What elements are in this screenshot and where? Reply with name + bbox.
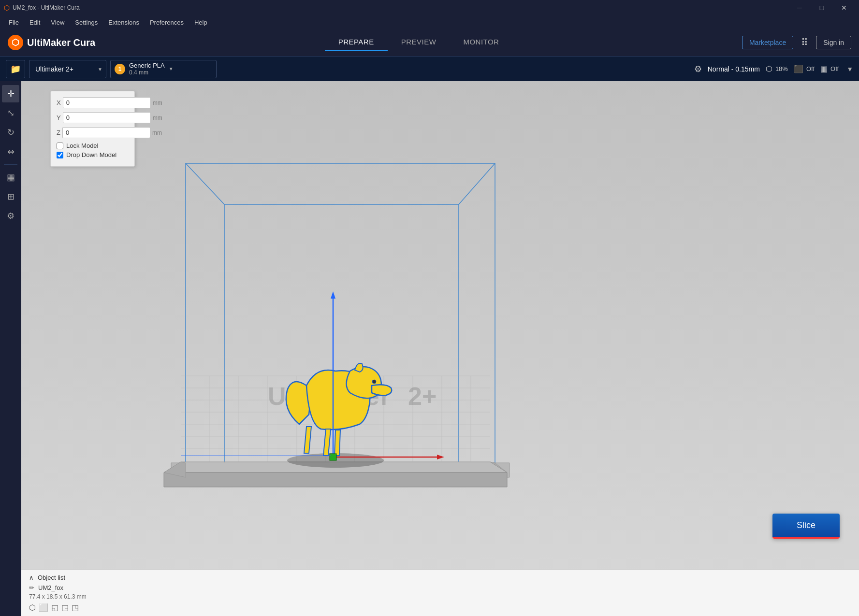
- x-input[interactable]: [63, 97, 151, 108]
- marketplace-button[interactable]: Marketplace: [742, 36, 793, 49]
- object-dimensions: 77.4 x 18.5 x 61.3 mm: [29, 593, 851, 600]
- y-unit: mm: [153, 115, 162, 121]
- settings-section: ⚙ Normal - 0.15mm ⬡ 18% ⬛ Off ▦ Off ▼: [694, 64, 853, 74]
- adhesion-setting: ▦ Off: [820, 64, 839, 73]
- x-coord-row: X mm: [57, 97, 129, 108]
- object-item: ✏ UM2_fox: [29, 583, 851, 592]
- menu-view[interactable]: View: [46, 18, 69, 27]
- svg-rect-42: [330, 454, 336, 460]
- adhesion-value: Off: [830, 65, 839, 72]
- tool-move[interactable]: ✛: [2, 85, 19, 102]
- x-unit: mm: [153, 100, 162, 106]
- support-setting: ⬛ Off: [794, 64, 815, 73]
- z-input[interactable]: [62, 127, 150, 138]
- grid-icon[interactable]: ⠿: [799, 35, 810, 50]
- tool-scale[interactable]: ⤡: [2, 104, 19, 122]
- properties-panel: X mm Y mm Z mm Lock Model Drop Down Mode…: [50, 91, 135, 167]
- support-value: Off: [806, 65, 815, 72]
- settings-gear-icon[interactable]: ⚙: [694, 64, 702, 74]
- menu-file[interactable]: File: [4, 18, 24, 27]
- tool-mirror[interactable]: ⇔: [2, 143, 19, 160]
- object-list-header[interactable]: ∧ Object list: [29, 574, 851, 581]
- y-coord-row: Y mm: [57, 112, 129, 123]
- infill-value: 18%: [775, 65, 788, 72]
- tab-preview[interactable]: PREVIEW: [388, 34, 450, 51]
- close-button[interactable]: ✕: [833, 0, 855, 15]
- tool-support[interactable]: ⊞: [2, 188, 19, 205]
- material-dropdown-icon: ▼: [169, 66, 174, 72]
- maximize-button[interactable]: □: [811, 0, 833, 15]
- main-area: ✛ ⤡ ↻ ⇔ ▦ ⊞ ⚙: [0, 81, 859, 616]
- topnav: ⬡ UltiMaker Cura PREPARE PREVIEW MONITOR…: [0, 29, 859, 56]
- adhesion-icon: ▦: [820, 64, 828, 73]
- sidebar-separator-1: [4, 164, 17, 165]
- left-view-icon[interactable]: ◱: [51, 603, 58, 612]
- y-input[interactable]: [63, 112, 151, 123]
- z-unit: mm: [152, 129, 162, 136]
- menu-help[interactable]: Help: [189, 18, 212, 27]
- toolbar: 📁 Ultimaker 2+ 1 Generic PLA 0.4 mm ▼ ⚙ …: [0, 56, 859, 81]
- support-icon: ⬛: [794, 64, 803, 73]
- material-select[interactable]: 1 Generic PLA 0.4 mm ▼: [110, 60, 217, 78]
- titlebar: ⬡ UM2_fox - UltiMaker Cura ─ □ ✕: [0, 0, 859, 15]
- tool-settings[interactable]: ⚙: [2, 207, 19, 225]
- drop-down-model-checkbox[interactable]: [57, 152, 63, 158]
- left-sidebar: ✛ ⤡ ↻ ⇔ ▦ ⊞ ⚙: [0, 81, 21, 616]
- menu-extensions[interactable]: Extensions: [103, 18, 144, 27]
- drop-down-model-label[interactable]: Drop Down Model: [66, 151, 116, 158]
- material-size: 0.4 mm: [129, 69, 165, 76]
- app-icon: ⬡: [4, 4, 10, 12]
- svg-marker-12: [164, 473, 507, 487]
- material-info-block: Generic PLA 0.4 mm: [129, 62, 165, 76]
- tab-monitor[interactable]: MONITOR: [450, 34, 512, 51]
- edit-icon[interactable]: ✏: [29, 584, 34, 591]
- infill-icon: ⬡: [766, 64, 772, 73]
- y-label: Y: [57, 114, 61, 121]
- scene-svg: Ultimaker 2+: [21, 81, 859, 616]
- slice-section: Slice: [772, 514, 840, 539]
- right-view-icon[interactable]: ◲: [61, 603, 69, 612]
- front-view-icon[interactable]: ◳: [72, 603, 79, 612]
- menu-edit[interactable]: Edit: [25, 18, 45, 27]
- nav-right: Marketplace ⠿ Sign in: [742, 35, 851, 50]
- drop-down-model-row: Drop Down Model: [57, 151, 129, 158]
- z-label: Z: [57, 129, 60, 136]
- logo: ⬡ UltiMaker Cura: [8, 35, 95, 50]
- object-list-title: Object list: [38, 574, 65, 581]
- z-coord-row: Z mm: [57, 127, 129, 138]
- view-3d-icon[interactable]: ⬡: [29, 603, 36, 612]
- svg-text:2+: 2+: [408, 382, 437, 410]
- top-view-icon[interactable]: ⬜: [39, 603, 48, 612]
- toolbar-expand-icon[interactable]: ▼: [846, 65, 853, 73]
- object-icons: ⬡ ⬜ ◱ ◲ ◳: [29, 603, 851, 612]
- svg-point-37: [372, 380, 376, 384]
- logo-text: UltiMaker Cura: [27, 37, 95, 48]
- machine-select[interactable]: Ultimaker 2+: [29, 60, 106, 78]
- menubar: File Edit View Settings Extensions Prefe…: [0, 15, 859, 29]
- nav-tabs: PREPARE PREVIEW MONITOR: [325, 34, 513, 51]
- menu-preferences[interactable]: Preferences: [145, 18, 189, 27]
- tab-prepare[interactable]: PREPARE: [325, 34, 388, 51]
- menu-settings[interactable]: Settings: [70, 18, 102, 27]
- collapse-icon: ∧: [29, 574, 34, 581]
- material-number-badge: 1: [115, 64, 125, 74]
- lock-model-label[interactable]: Lock Model: [66, 142, 98, 149]
- viewport[interactable]: Ultimaker 2+: [21, 81, 859, 616]
- lock-model-row: Lock Model: [57, 142, 129, 149]
- material-name: Generic PLA: [129, 62, 165, 69]
- open-folder-button[interactable]: 📁: [6, 60, 25, 78]
- infill-setting: ⬡ 18%: [766, 64, 788, 73]
- tool-arrange[interactable]: ▦: [2, 169, 19, 186]
- x-label: X: [57, 99, 61, 106]
- tool-rotate[interactable]: ↻: [2, 124, 19, 141]
- signin-button[interactable]: Sign in: [816, 36, 851, 49]
- logo-icon: ⬡: [8, 35, 23, 50]
- lock-model-checkbox[interactable]: [57, 143, 63, 149]
- minimize-button[interactable]: ─: [788, 0, 811, 15]
- object-list-panel: ∧ Object list ✏ UM2_fox 77.4 x 18.5 x 61…: [21, 570, 859, 616]
- window-title: UM2_fox - UltiMaker Cura: [13, 4, 80, 11]
- slice-button[interactable]: Slice: [772, 514, 840, 539]
- machine-select-wrapper: Ultimaker 2+: [29, 60, 106, 78]
- titlebar-controls: ─ □ ✕: [788, 0, 855, 15]
- svg-rect-0: [21, 81, 859, 616]
